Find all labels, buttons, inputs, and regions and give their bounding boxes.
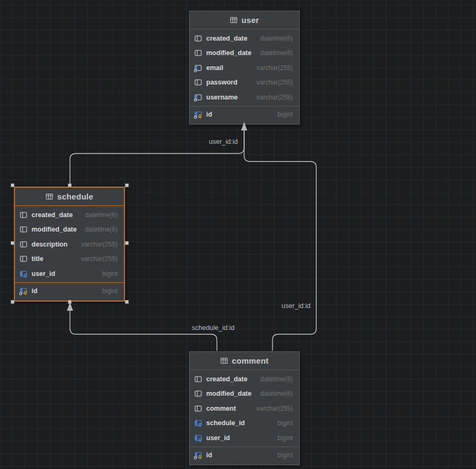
column-name: schedule_id	[206, 419, 245, 427]
column-name: modified_date	[206, 49, 252, 57]
column-name: title	[32, 255, 43, 263]
column-type: bigint	[277, 111, 293, 118]
column-icon	[194, 389, 202, 398]
primary-key-row[interactable]: id bigint	[15, 284, 124, 299]
foreign-key-row[interactable]: user_id bigint	[190, 430, 299, 445]
column-row[interactable]: description varchar(255)	[15, 237, 124, 252]
column-name: created_date	[206, 35, 247, 42]
column-row[interactable]: created_date datetime(6)	[15, 207, 124, 222]
column-name: modified_date	[32, 226, 77, 233]
column-row[interactable]: password varchar(255)	[190, 75, 299, 90]
entity-comment-body: created_date datetime(6) modified_date d…	[190, 370, 299, 465]
entity-user-body: created_date datetime(6) modified_date d…	[190, 29, 299, 124]
column-type: bigint	[277, 434, 293, 442]
selection-handle-mid-right[interactable]	[125, 241, 129, 245]
selection-handle-bottom-right[interactable]	[125, 300, 129, 304]
column-type: varchar(255)	[256, 94, 293, 101]
primary-key-row[interactable]: id bigint	[190, 448, 299, 463]
entity-user-header[interactable]: user	[190, 11, 299, 29]
relation-label-comment-schedule: schedule_id:id	[192, 324, 235, 332]
column-icon	[19, 211, 28, 219]
column-name: comment	[206, 405, 236, 412]
entity-schedule-body: created_date datetime(6) modified_date d…	[15, 206, 124, 301]
key-separator	[15, 282, 124, 283]
column-type: varchar(255)	[256, 64, 293, 72]
column-type: varchar(255)	[256, 79, 293, 86]
entity-comment-header[interactable]: comment	[190, 352, 299, 370]
column-icon	[194, 49, 202, 57]
foreign-key-icon	[194, 434, 202, 442]
column-type: datetime(6)	[85, 211, 118, 219]
entity-title: comment	[232, 356, 269, 365]
column-row[interactable]: modified_date datetime(6)	[190, 46, 299, 61]
primary-key-icon	[194, 451, 202, 459]
column-icon	[19, 225, 28, 234]
table-icon	[220, 357, 228, 365]
selection-handle-top-right[interactable]	[125, 183, 129, 187]
column-name: modified_date	[206, 390, 252, 397]
column-row[interactable]: created_date datetime(6)	[190, 372, 299, 387]
column-name: created_date	[206, 375, 247, 383]
diagram-canvas[interactable]: user_id:id user_id:id schedule_id:id use…	[0, 0, 476, 469]
column-type: datetime(6)	[85, 226, 118, 233]
column-row[interactable]: comment varchar(255)	[190, 401, 299, 416]
key-separator	[190, 447, 299, 447]
entity-comment[interactable]: comment created_date datetime(6) modifie…	[189, 351, 300, 465]
column-row[interactable]: modified_date datetime(6)	[15, 222, 124, 237]
foreign-key-icon	[194, 419, 202, 427]
foreign-key-row[interactable]: schedule_id bigint	[190, 416, 299, 431]
column-type: bigint	[102, 270, 118, 278]
table-icon	[230, 16, 238, 24]
selection-handle-bottom-left[interactable]	[11, 300, 14, 304]
column-type: varchar(255)	[81, 241, 118, 248]
primary-key-icon	[194, 110, 202, 119]
column-name: username	[206, 94, 238, 101]
column-type: varchar(255)	[256, 405, 293, 412]
column-name: id	[206, 451, 212, 459]
relation-label-schedule-user: user_id:id	[209, 138, 238, 145]
column-row[interactable]: created_date datetime(6)	[190, 31, 299, 46]
selection-handle-bottom-mid[interactable]	[68, 300, 72, 304]
table-icon	[45, 193, 53, 201]
column-type: datetime(6)	[260, 390, 293, 397]
column-type: bigint	[102, 287, 118, 295]
entity-schedule[interactable]: schedule created_date datetime(6) modifi…	[14, 187, 125, 302]
primary-key-row[interactable]: id bigint	[190, 107, 299, 122]
column-row[interactable]: email varchar(255)	[190, 60, 299, 75]
entity-schedule-header[interactable]: schedule	[15, 188, 124, 206]
column-icon	[194, 78, 202, 87]
column-name: user_id	[206, 434, 230, 442]
selection-handle-top-mid[interactable]	[68, 183, 72, 187]
column-row[interactable]: username varchar(255)	[190, 90, 299, 105]
column-type: datetime(6)	[260, 35, 293, 42]
column-row[interactable]: modified_date datetime(6)	[190, 387, 299, 402]
column-type: bigint	[277, 419, 293, 427]
foreign-key-icon	[19, 270, 28, 278]
key-separator	[190, 106, 299, 106]
indexed-column-icon	[194, 64, 202, 72]
column-type: bigint	[277, 451, 293, 459]
entity-title: user	[241, 16, 259, 25]
column-icon	[19, 240, 28, 249]
column-name: password	[206, 79, 237, 86]
entity-title: schedule	[57, 192, 93, 201]
column-name: id	[32, 287, 37, 295]
foreign-key-row[interactable]: user_id bigint	[15, 266, 124, 281]
relation-label-comment-user: user_id:id	[282, 302, 310, 310]
column-icon	[194, 404, 202, 413]
relation-comment-user-line[interactable]	[244, 129, 316, 351]
column-name: user_id	[32, 270, 55, 278]
column-icon	[19, 255, 28, 263]
column-type: datetime(6)	[260, 375, 293, 383]
entity-user[interactable]: user created_date datetime(6) modified_d…	[189, 11, 300, 125]
selection-handle-mid-left[interactable]	[11, 241, 14, 245]
column-row[interactable]: title varchar(255)	[15, 252, 124, 267]
column-name: created_date	[32, 211, 73, 219]
selection-handle-top-left[interactable]	[11, 183, 14, 187]
column-name: id	[206, 111, 212, 118]
column-type: datetime(6)	[260, 49, 293, 57]
indexed-column-icon	[194, 93, 202, 102]
primary-key-icon	[19, 287, 28, 295]
column-name: description	[32, 241, 67, 248]
column-icon	[194, 375, 202, 383]
